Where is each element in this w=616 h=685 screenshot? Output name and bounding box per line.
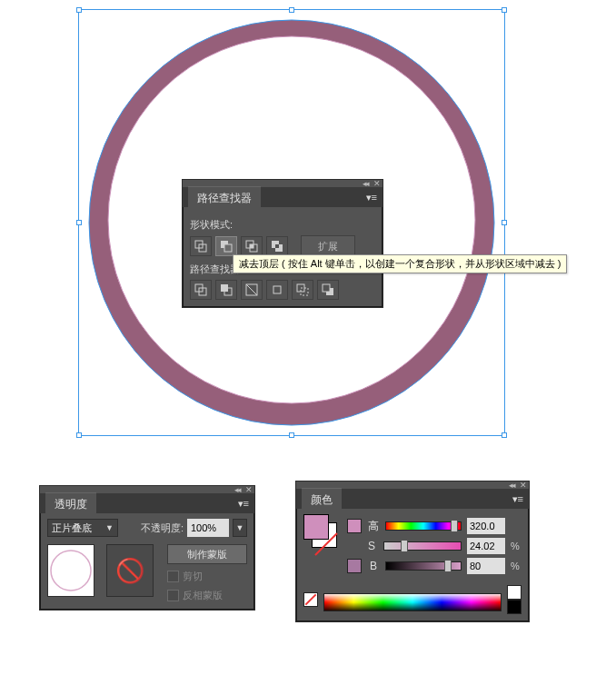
panel-menu-icon[interactable]: ▾≡ — [507, 493, 529, 505]
pathfinder-trim-button[interactable] — [215, 280, 237, 300]
opacity-label: 不透明度: — [141, 521, 184, 535]
invert-mask-checkbox[interactable]: 反相蒙版 — [167, 589, 247, 602]
svg-line-19 — [246, 284, 257, 295]
make-mask-button[interactable]: 制作蒙版 — [167, 544, 247, 564]
hue-slider[interactable] — [385, 521, 462, 531]
chevron-down-icon: ▼ — [105, 523, 114, 532]
svg-rect-24 — [323, 284, 330, 292]
opacity-field[interactable]: 100% — [187, 519, 229, 537]
color-panel[interactable]: ◂◂ ✕ 颜色 ▾≡ 高 320.0 — [295, 481, 530, 622]
resize-handle-br[interactable] — [502, 432, 507, 438]
close-icon[interactable]: ✕ — [520, 481, 525, 490]
white-swatch[interactable] — [507, 585, 522, 600]
resize-handle-tr[interactable] — [502, 7, 507, 13]
hue-label: 高 — [367, 519, 380, 534]
tooltip: 减去顶层 ( 按住 Alt 键单击，以创建一个复合形状，并从形状区域中减去 ) — [233, 254, 567, 273]
shape-mode-exclude-button[interactable] — [266, 236, 288, 256]
saturation-unit: % — [511, 541, 522, 551]
collapse-icon[interactable]: ◂◂ — [509, 481, 514, 490]
panel-menu-icon[interactable]: ▾≡ — [361, 192, 383, 204]
pathfinder-merge-button[interactable] — [241, 280, 263, 300]
opacity-value: 100% — [191, 522, 216, 533]
shape-mode-unite-button[interactable] — [190, 236, 212, 256]
close-icon[interactable]: ✕ — [245, 485, 251, 494]
resize-handle-tm[interactable] — [289, 7, 294, 13]
panel-menu-icon[interactable]: ▾≡ — [233, 498, 254, 510]
resize-handle-bm[interactable] — [289, 432, 294, 438]
h-swatch — [347, 519, 362, 533]
shape-modes-label: 形状模式: — [190, 218, 375, 232]
color-spectrum[interactable] — [323, 593, 502, 611]
collapse-icon[interactable]: ◂◂ — [363, 179, 368, 188]
black-swatch[interactable] — [507, 600, 522, 614]
pathfinder-panel[interactable]: ◂◂ ✕ 路径查找器 ▾≡ 形状模式: 扩展 路径查找器: — [182, 179, 383, 308]
clip-checkbox[interactable]: 剪切 — [167, 570, 247, 583]
none-color-swatch[interactable] — [303, 592, 318, 607]
saturation-label: S — [365, 540, 378, 552]
resize-handle-bl[interactable] — [76, 432, 82, 438]
pathfinder-minus-back-button[interactable] — [317, 280, 339, 300]
resize-handle-ml[interactable] — [76, 220, 82, 225]
pathfinder-tab[interactable]: 路径查找器 — [188, 186, 261, 209]
transparency-tab[interactable]: 透明度 — [45, 492, 96, 515]
saturation-slider[interactable] — [383, 541, 462, 551]
collapse-icon[interactable]: ◂◂ — [234, 485, 240, 494]
svg-rect-7 — [224, 244, 232, 252]
brightness-label: B — [367, 560, 380, 572]
blend-mode-dropdown[interactable]: 正片叠底 ▼ — [47, 519, 118, 537]
saturation-field[interactable]: 24.02 — [467, 538, 505, 554]
b-swatch — [347, 559, 362, 573]
brightness-slider[interactable] — [385, 561, 462, 571]
fill-swatch[interactable] — [303, 514, 329, 540]
shape-mode-minus-front-button[interactable] — [215, 236, 237, 256]
shape-mode-intersect-button[interactable] — [241, 236, 263, 256]
svg-rect-13 — [275, 244, 279, 248]
svg-rect-10 — [250, 244, 253, 248]
svg-point-25 — [51, 551, 91, 591]
color-tab[interactable]: 颜色 — [302, 488, 342, 511]
resize-handle-mr[interactable] — [502, 220, 507, 225]
blend-mode-value: 正片叠底 — [52, 521, 92, 535]
close-icon[interactable]: ✕ — [373, 179, 379, 188]
hue-field[interactable]: 320.0 — [467, 518, 505, 534]
brightness-field[interactable]: 80 — [467, 558, 505, 574]
pathfinder-outline-button[interactable] — [292, 280, 313, 300]
fill-stroke-swatch[interactable] — [303, 514, 336, 547]
resize-handle-tl[interactable] — [76, 7, 82, 13]
object-thumbnail[interactable] — [47, 544, 94, 597]
pathfinder-crop-button[interactable] — [266, 280, 288, 300]
no-mask-icon: 🚫 — [115, 557, 144, 585]
opacity-stepper[interactable]: ▼ — [233, 519, 247, 537]
mask-thumbnail[interactable]: 🚫 — [106, 544, 154, 597]
transparency-panel[interactable]: ◂◂ ✕ 透明度 ▾≡ 正片叠底 ▼ 不透明度: 100% ▼ 🚫 — [39, 485, 255, 611]
svg-rect-20 — [273, 286, 281, 293]
pathfinder-divide-button[interactable] — [190, 280, 212, 300]
brightness-unit: % — [511, 561, 522, 571]
